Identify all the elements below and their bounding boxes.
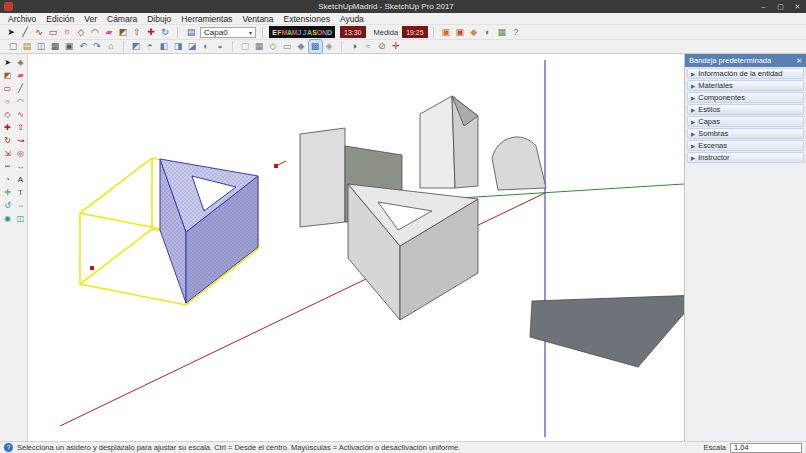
rotate-tool-icon[interactable]: ↻ xyxy=(159,26,172,39)
geolocation-icon[interactable]: ◐ xyxy=(481,26,494,39)
3d-text-icon[interactable]: T xyxy=(14,186,27,199)
tray-section-materiales[interactable]: ▶Materiales xyxy=(687,80,804,91)
undo-icon[interactable]: ↶ xyxy=(77,40,90,53)
home-icon[interactable]: ⌂ xyxy=(105,40,118,53)
photo-texture-icon[interactable]: ▦ xyxy=(495,26,508,39)
extension-warehouse-icon[interactable]: ▣ xyxy=(453,26,466,39)
tray-section-informacion-entidad[interactable]: ▶Información de la entidad xyxy=(687,68,804,79)
new-file-icon[interactable]: ▢ xyxy=(7,40,20,53)
paint-bucket-tool-icon[interactable]: ◩ xyxy=(117,26,130,39)
viewport-canvas[interactable] xyxy=(28,54,684,441)
zoom-extents-icon[interactable]: ◫ xyxy=(14,212,27,225)
arc-icon[interactable]: ◠ xyxy=(14,95,27,108)
tray-section-sombras[interactable]: ▶Sombras xyxy=(687,128,804,139)
style-shaded-textures-icon[interactable]: ▩ xyxy=(309,40,322,53)
tray-section-instructor[interactable]: ▶Instructor xyxy=(687,152,804,163)
dimensions-icon[interactable]: ↔ xyxy=(14,160,27,173)
tray-section-componentes[interactable]: ▶Componentes xyxy=(687,92,804,103)
protractor-icon[interactable]: ◔ xyxy=(1,173,14,186)
text-icon[interactable]: A xyxy=(14,173,27,186)
view-front-icon[interactable]: ◧ xyxy=(158,40,171,53)
menu-ver[interactable]: Ver xyxy=(79,14,102,24)
view-right-icon[interactable]: ◨ xyxy=(172,40,185,53)
style-shaded-icon[interactable]: ◆ xyxy=(295,40,308,53)
eraser-icon[interactable]: ▰ xyxy=(14,69,27,82)
polygon-icon[interactable]: ◇ xyxy=(1,108,14,121)
month-letter-d[interactable]: D xyxy=(327,27,332,38)
warehouse-icon[interactable]: ▣ xyxy=(439,26,452,39)
style-xray-icon[interactable]: ▢ xyxy=(239,40,252,53)
print-icon[interactable]: ▦ xyxy=(49,40,62,53)
line-tool-icon[interactable]: ╱ xyxy=(19,26,32,39)
orbit-icon[interactable]: ↺ xyxy=(1,199,14,212)
shadows-toggle-icon[interactable]: ◑ xyxy=(348,40,361,53)
view-iso-icon[interactable]: ◩ xyxy=(130,40,143,53)
dark-flat-face[interactable] xyxy=(530,295,684,367)
paint-bucket-icon[interactable]: ◩ xyxy=(1,69,14,82)
style-wireframe-icon[interactable]: ◇ xyxy=(267,40,280,53)
light-vertical-plane[interactable] xyxy=(300,128,345,227)
model-viewport[interactable] xyxy=(28,54,684,441)
menu-archivo[interactable]: Archivo xyxy=(3,14,41,24)
freehand-icon[interactable]: ∿ xyxy=(14,108,27,121)
zoom-icon[interactable]: ◉ xyxy=(1,212,14,225)
view-left-icon[interactable]: ◐ xyxy=(200,40,213,53)
tray-section-capas[interactable]: ▶Capas xyxy=(687,116,804,127)
menu-herramientas[interactable]: Herramientas xyxy=(176,14,237,24)
rectangle-tool-icon[interactable]: ▭ xyxy=(47,26,60,39)
move-icon[interactable]: ✚ xyxy=(1,121,14,134)
back-prism-left-face[interactable] xyxy=(420,96,455,188)
follow-me-icon[interactable]: ↝ xyxy=(14,134,27,147)
menu-edicion[interactable]: Edición xyxy=(41,14,79,24)
help-icon[interactable]: ? xyxy=(509,26,522,39)
curved-wedge-solid[interactable] xyxy=(492,137,546,190)
open-file-icon[interactable]: ▤ xyxy=(21,40,34,53)
circle-tool-icon[interactable]: ○ xyxy=(61,26,74,39)
tray-section-estilos[interactable]: ▶Estilos xyxy=(687,104,804,115)
measurements-value-field[interactable]: 1.04 xyxy=(730,443,802,453)
eraser-tool-icon[interactable]: ▰ xyxy=(103,26,116,39)
rectangle-icon[interactable]: ▭ xyxy=(1,82,14,95)
share-model-icon[interactable]: ◆ xyxy=(467,26,480,39)
close-icon[interactable]: ✕ xyxy=(796,57,802,65)
select-tool-icon[interactable]: ➤ xyxy=(1,56,14,69)
save-icon[interactable]: ◫ xyxy=(35,40,48,53)
menu-ventana[interactable]: Ventana xyxy=(237,14,278,24)
medida-value-display[interactable]: 19:25 xyxy=(402,26,428,38)
tape-measure-icon[interactable]: ┅ xyxy=(1,160,14,173)
push-pull-icon[interactable]: ⇧ xyxy=(14,121,27,134)
view-bottom-icon[interactable]: ◒ xyxy=(214,40,227,53)
rotate-icon[interactable]: ↻ xyxy=(1,134,14,147)
menu-ayuda[interactable]: Ayuda xyxy=(335,14,369,24)
polygon-tool-icon[interactable]: ◇ xyxy=(75,26,88,39)
line-icon[interactable]: ╱ xyxy=(14,82,27,95)
shadow-time-display[interactable]: 13:30 xyxy=(340,26,366,38)
scale-grip[interactable] xyxy=(274,164,278,168)
freehand-tool-icon[interactable]: ∿ xyxy=(33,26,46,39)
view-back-icon[interactable]: ◪ xyxy=(186,40,199,53)
offset-icon[interactable]: ◎ xyxy=(14,147,27,160)
minimize-button[interactable]: – xyxy=(755,0,772,13)
tray-section-escenas[interactable]: ▶Escenas xyxy=(687,140,804,151)
axes-icon[interactable]: ✛ xyxy=(1,186,14,199)
style-hidden-line-icon[interactable]: ▭ xyxy=(281,40,294,53)
redo-icon[interactable]: ↷ xyxy=(91,40,104,53)
arc-tool-icon[interactable]: ◠ xyxy=(89,26,102,39)
select-tool-icon[interactable]: ➤ xyxy=(5,26,18,39)
menu-camara[interactable]: Cámara xyxy=(102,14,142,24)
maximize-button[interactable]: ▢ xyxy=(772,0,789,13)
menu-dibujo[interactable]: Dibujo xyxy=(142,14,176,24)
move-tool-icon[interactable]: ✚ xyxy=(145,26,158,39)
pan-icon[interactable]: ⇔ xyxy=(14,199,27,212)
menu-extensiones[interactable]: Extensiones xyxy=(279,14,335,24)
section-plane-icon[interactable]: ⊘ xyxy=(376,40,389,53)
close-button[interactable]: ✕ xyxy=(789,0,806,13)
style-back-edges-icon[interactable]: ▦ xyxy=(253,40,266,53)
push-pull-tool-icon[interactable]: ⇧ xyxy=(131,26,144,39)
scale-grip[interactable] xyxy=(90,266,94,270)
copy-icon[interactable]: ▣ xyxy=(63,40,76,53)
layer-dropdown[interactable]: Capa0 ▾ xyxy=(200,27,256,38)
scale-icon[interactable]: ⇲ xyxy=(1,147,14,160)
make-component-icon[interactable]: ◈ xyxy=(14,56,27,69)
axes-toggle-icon[interactable]: ✛ xyxy=(390,40,403,53)
